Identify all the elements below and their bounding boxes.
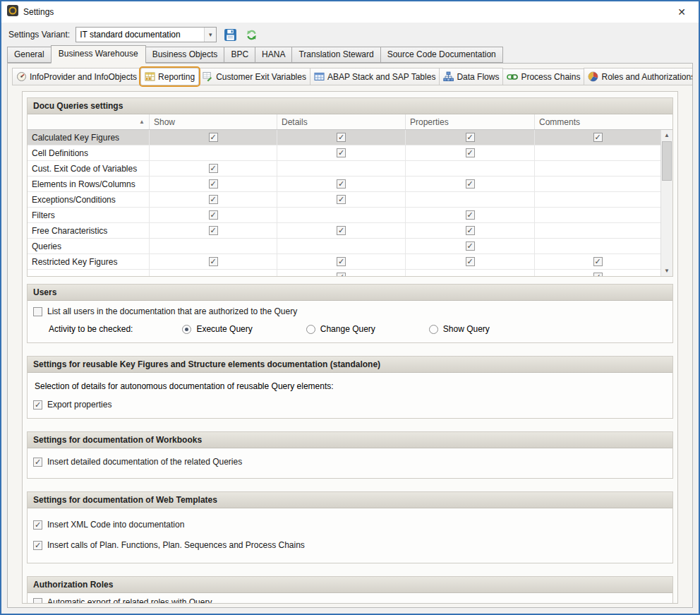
- subtab-reporting[interactable]: Reporting: [140, 68, 199, 85]
- details-checkbox[interactable]: [337, 195, 346, 204]
- show-query-label: Show Query: [443, 324, 490, 334]
- properties-checkbox[interactable]: [466, 179, 475, 189]
- column-header-details[interactable]: Details: [277, 114, 405, 129]
- insert-workbook-docu-checkbox[interactable]: [33, 458, 42, 467]
- properties-checkbox[interactable]: [466, 257, 475, 266]
- subtab-abap-stack-and-sap-tables[interactable]: ABAP Stack and SAP Tables: [310, 68, 440, 85]
- auto-export-roles-checkbox[interactable]: [33, 598, 42, 604]
- refresh-variant-button[interactable]: [243, 27, 259, 42]
- reporting-panel: Docu Queries settings ▲ Show Details Pro…: [22, 91, 678, 604]
- subtab-roles-and-authorizations[interactable]: Roles and Authorizations: [584, 68, 693, 85]
- table-row[interactable]: Cust. Exit Code of Variables: [28, 161, 672, 177]
- show-checkbox[interactable]: [209, 133, 218, 142]
- details-checkbox[interactable]: [337, 148, 346, 157]
- properties-checkbox[interactable]: [466, 133, 475, 142]
- close-icon[interactable]: ✕: [673, 5, 690, 19]
- comments-checkbox[interactable]: [593, 133, 603, 142]
- activity-row: Activity to be checked: Execute Query Ch…: [49, 324, 667, 334]
- authorization-roles-group-title: Authorization Roles: [28, 577, 672, 593]
- auto-export-roles-label: Automatic export of related roles with Q…: [47, 597, 212, 604]
- dropdown-arrow-icon[interactable]: ▾: [204, 28, 216, 42]
- radio-show-query[interactable]: Show Query: [429, 324, 490, 334]
- insert-xml-code-checkbox[interactable]: [33, 520, 42, 530]
- execute-query-radio[interactable]: [182, 325, 191, 334]
- docu-queries-table: ▲ Show Details Properties Comments Calcu…: [28, 114, 672, 276]
- subtab-data-flows[interactable]: Data Flows: [439, 68, 503, 85]
- tab-label: Source Code Documentation: [387, 49, 496, 59]
- subtab-infoprovider-and-infoobjects[interactable]: InfoProvider and InfoObjects: [12, 68, 141, 85]
- details-checkbox[interactable]: [337, 226, 346, 235]
- table-row-partial[interactable]: [28, 270, 672, 276]
- export-properties-checkbox[interactable]: [33, 400, 42, 410]
- row-label: Cell Definitions: [28, 145, 149, 160]
- subtab-customer-exit-variables[interactable]: Customer Exit Variables: [198, 68, 310, 85]
- radio-execute-query[interactable]: Execute Query: [182, 324, 252, 334]
- scroll-down-icon[interactable]: ▼: [661, 265, 672, 276]
- radio-change-query[interactable]: Change Query: [306, 324, 375, 334]
- show-query-radio[interactable]: [429, 325, 438, 334]
- table-row[interactable]: Exceptions/Conditions: [28, 192, 672, 208]
- details-checkbox[interactable]: [337, 179, 346, 189]
- tab-label: General: [14, 49, 44, 59]
- settings-variant-value: IT standard documentation: [76, 30, 204, 40]
- titlebar: Settings ✕: [1, 1, 699, 23]
- properties-checkbox[interactable]: [466, 226, 475, 235]
- details-checkbox[interactable]: [337, 133, 346, 142]
- change-query-radio[interactable]: [306, 325, 315, 334]
- settings-variant-combobox[interactable]: IT standard documentation ▾: [76, 27, 217, 42]
- tab-bpc[interactable]: BPC: [224, 47, 255, 63]
- tab-source-code-documentation[interactable]: Source Code Documentation: [380, 47, 503, 63]
- table-row[interactable]: Cell Definitions: [28, 145, 672, 161]
- activity-label: Activity to be checked:: [49, 324, 133, 334]
- table-row[interactable]: Filters: [28, 208, 672, 223]
- column-header-comments[interactable]: Comments: [534, 114, 660, 129]
- show-checkbox[interactable]: [209, 257, 218, 266]
- row-label: Exceptions/Conditions: [28, 192, 149, 207]
- tab-hana[interactable]: HANA: [255, 47, 292, 63]
- show-checkbox[interactable]: [209, 226, 218, 235]
- show-checkbox[interactable]: [209, 210, 218, 220]
- workbooks-group: Settings for documentation of Workbooks …: [27, 431, 673, 479]
- sort-ascending-icon[interactable]: ▲: [139, 119, 145, 125]
- details-checkbox[interactable]: [337, 257, 346, 266]
- save-variant-button[interactable]: [222, 27, 238, 42]
- reporting-icon: [145, 71, 155, 82]
- workbooks-group-title: Settings for documentation of Workbooks: [28, 432, 672, 448]
- comments-checkbox[interactable]: [593, 273, 603, 276]
- authorization-roles-group: Authorization Roles Automatic export of …: [27, 576, 673, 604]
- tab-general[interactable]: General: [7, 47, 52, 63]
- reusable-elements-group-title: Settings for reusable Key Figures and St…: [28, 357, 672, 373]
- column-header-show[interactable]: Show: [149, 114, 277, 129]
- row-label: Calculated Key Figures: [28, 130, 149, 145]
- properties-checkbox[interactable]: [466, 241, 475, 251]
- tab-translation-steward[interactable]: Translation Steward: [291, 47, 380, 63]
- tab-label: HANA: [262, 49, 285, 59]
- table-row[interactable]: Elements in Rows/Columns: [28, 177, 672, 192]
- column-header-element[interactable]: ▲: [28, 114, 149, 129]
- tab-label: Translation Steward: [298, 49, 373, 59]
- show-checkbox[interactable]: [209, 195, 218, 204]
- tab-business-objects[interactable]: Business Objects: [145, 47, 225, 63]
- properties-checkbox[interactable]: [466, 210, 475, 220]
- scroll-up-icon[interactable]: ▲: [661, 130, 672, 141]
- show-checkbox[interactable]: [209, 164, 218, 173]
- scrollbar-thumb[interactable]: [662, 141, 672, 181]
- list-all-users-checkbox[interactable]: [33, 307, 42, 316]
- app-icon: [7, 5, 18, 19]
- settings-variant-label: Settings Variant:: [8, 30, 70, 40]
- table-row[interactable]: Restricted Key Figures: [28, 254, 672, 270]
- table-row[interactable]: Free Characteristics: [28, 223, 672, 239]
- tab-business-warehouse[interactable]: Business Warehouse: [51, 45, 146, 64]
- docu-queries-group-title: Docu Queries settings: [28, 98, 672, 114]
- table-row[interactable]: Calculated Key Figures: [28, 130, 672, 145]
- comments-checkbox[interactable]: [593, 257, 603, 266]
- properties-checkbox[interactable]: [466, 148, 475, 157]
- vertical-scrollbar[interactable]: ▲ ▼: [660, 130, 672, 276]
- column-header-properties[interactable]: Properties: [405, 114, 534, 129]
- details-checkbox[interactable]: [337, 273, 346, 276]
- insert-plan-calls-checkbox[interactable]: [33, 541, 42, 550]
- docu-queries-group: Docu Queries settings ▲ Show Details Pro…: [27, 97, 673, 277]
- show-checkbox[interactable]: [209, 179, 218, 189]
- subtab-process-chains[interactable]: Process Chains: [502, 68, 584, 85]
- table-row[interactable]: Queries: [28, 239, 672, 254]
